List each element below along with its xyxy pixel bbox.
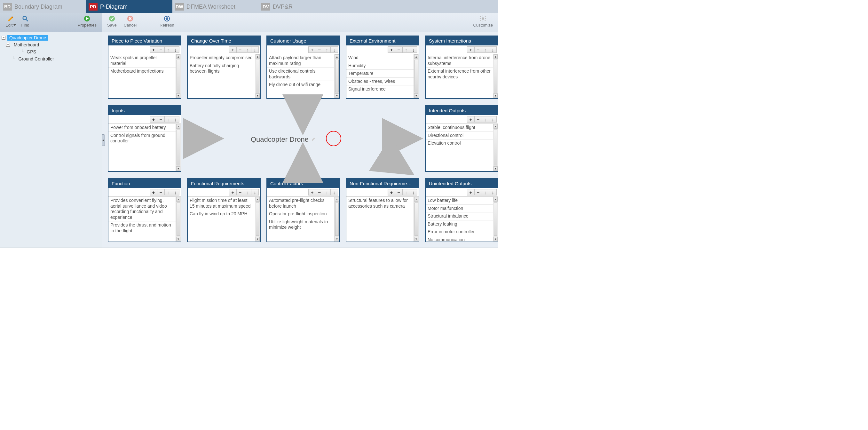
- tree-label[interactable]: Quadcopter Drone: [7, 35, 48, 41]
- move-up-button[interactable]: ↑: [244, 47, 251, 53]
- move-down-button[interactable]: ↓: [172, 116, 179, 123]
- card-item[interactable]: Motor malfunction: [426, 205, 493, 212]
- card-item[interactable]: Battery not fully charging between fligh…: [188, 62, 255, 75]
- remove-button[interactable]: −: [474, 189, 482, 195]
- move-up-button[interactable]: ↑: [402, 189, 410, 195]
- move-up-button[interactable]: ↑: [164, 116, 172, 123]
- add-button[interactable]: +: [388, 47, 395, 53]
- remove-button[interactable]: −: [236, 47, 244, 53]
- scrollbar[interactable]: ▲▼: [255, 54, 260, 98]
- move-up-button[interactable]: ↑: [323, 189, 331, 195]
- tree-row-gps[interactable]: └ GPS: [2, 48, 100, 55]
- card-item[interactable]: Humidity: [346, 62, 413, 70]
- customize-button[interactable]: Customize: [471, 15, 495, 28]
- scroll-up-icon[interactable]: ▲: [335, 54, 339, 59]
- card-list[interactable]: Internal interference from drone subsyst…: [426, 54, 493, 98]
- card-list[interactable]: Weak spots in propeller materialMotherbo…: [108, 54, 176, 98]
- edit-pencil-icon[interactable]: [311, 136, 316, 143]
- remove-button[interactable]: −: [395, 189, 403, 195]
- remove-button[interactable]: −: [236, 189, 244, 195]
- card-item[interactable]: Motherboard imperfections: [108, 67, 176, 75]
- move-up-button[interactable]: ↑: [482, 116, 489, 123]
- remove-button[interactable]: −: [316, 47, 323, 53]
- card-system-interactions[interactable]: System Interactions+−↑↓Internal interfer…: [425, 35, 498, 99]
- add-button[interactable]: +: [467, 47, 475, 53]
- card-item[interactable]: Directional control: [426, 131, 493, 140]
- scrollbar[interactable]: ▲▼: [255, 197, 260, 242]
- card-list[interactable]: Automated pre-flight checks before launc…: [267, 197, 334, 242]
- scrollbar[interactable]: ▲▼: [493, 197, 498, 242]
- find-button[interactable]: Find: [19, 15, 32, 28]
- card-item[interactable]: Utilize lightweight materials to minimiz…: [267, 218, 334, 231]
- properties-button[interactable]: Properties: [75, 15, 99, 28]
- collapse-icon[interactable]: −: [6, 43, 10, 47]
- card-item[interactable]: Attach payload larger than maximum ratin…: [267, 54, 334, 67]
- add-button[interactable]: +: [388, 189, 395, 195]
- scroll-thumb[interactable]: [177, 203, 180, 236]
- tab-dfmea-worksheet[interactable]: DW DFMEA Worksheet: [173, 0, 259, 13]
- card-piece-variation[interactable]: Piece to Piece Variation+−↑↓Weak spots i…: [108, 35, 181, 99]
- tree-row-motherboard[interactable]: − Motherboard: [2, 41, 100, 48]
- card-item[interactable]: Internal interference from drone subsyst…: [426, 54, 493, 67]
- move-up-button[interactable]: ↑: [323, 47, 331, 53]
- scrollbar[interactable]: ▲▼: [493, 124, 498, 171]
- collapse-icon[interactable]: −: [2, 36, 5, 40]
- remove-button[interactable]: −: [474, 47, 482, 53]
- tab-p-diagram[interactable]: PD P-Diagram: [86, 0, 173, 13]
- add-button[interactable]: +: [467, 116, 475, 123]
- scroll-up-icon[interactable]: ▲: [414, 197, 418, 202]
- add-button[interactable]: +: [308, 189, 316, 195]
- card-function[interactable]: Function+−↑↓Provides convenient flying, …: [108, 178, 181, 242]
- scroll-down-icon[interactable]: ▼: [176, 93, 180, 98]
- card-list[interactable]: Power from onboard batteryControl signal…: [108, 124, 176, 171]
- scroll-up-icon[interactable]: ▲: [176, 54, 180, 59]
- edit-menu[interactable]: Edit: [3, 15, 19, 28]
- add-button[interactable]: +: [229, 189, 237, 195]
- card-change-over-time[interactable]: Change Over Time+−↑↓Propeller integrity …: [187, 35, 261, 99]
- move-down-button[interactable]: ↓: [410, 47, 417, 53]
- remove-button[interactable]: −: [395, 47, 403, 53]
- cancel-button[interactable]: Cancel: [122, 15, 138, 28]
- add-button[interactable]: +: [467, 189, 475, 195]
- scrollbar[interactable]: ▲▼: [176, 54, 181, 98]
- move-up-button[interactable]: ↑: [164, 189, 172, 195]
- card-list[interactable]: WindHumidityTemperatureObstacles - trees…: [346, 54, 413, 98]
- scroll-thumb[interactable]: [494, 203, 497, 236]
- scrollbar[interactable]: ▲▼: [334, 54, 339, 98]
- scroll-up-icon[interactable]: ▲: [335, 197, 339, 202]
- card-item[interactable]: Propeller integrity compromised: [188, 54, 255, 62]
- move-down-button[interactable]: ↓: [172, 47, 179, 53]
- tree-label[interactable]: GPS: [25, 49, 38, 55]
- card-item[interactable]: Power from onboard battery: [108, 124, 176, 131]
- move-down-button[interactable]: ↓: [330, 189, 338, 195]
- tab-dvpr[interactable]: DV DVP&R: [259, 0, 345, 13]
- move-down-button[interactable]: ↓: [489, 189, 497, 195]
- card-list[interactable]: Provides convenient flying, aerial surve…: [108, 197, 176, 242]
- tree-label[interactable]: Motherboard: [12, 42, 41, 48]
- tree-row-ground-controller[interactable]: └ Ground Controller: [2, 55, 100, 62]
- move-down-button[interactable]: ↓: [172, 189, 179, 195]
- card-item[interactable]: Obstacles - trees, wires: [346, 78, 413, 85]
- tree-row-root[interactable]: − Quadcopter Drone: [2, 34, 100, 41]
- scroll-down-icon[interactable]: ▼: [414, 93, 418, 98]
- card-list[interactable]: Attach payload larger than maximum ratin…: [267, 54, 334, 98]
- add-button[interactable]: +: [229, 47, 237, 53]
- remove-button[interactable]: −: [157, 47, 165, 53]
- move-up-button[interactable]: ↑: [164, 47, 172, 53]
- card-item[interactable]: Provides convenient flying, aerial surve…: [108, 197, 176, 221]
- move-down-button[interactable]: ↓: [410, 189, 417, 195]
- card-list[interactable]: Stable, continuous flightDirectional con…: [426, 124, 493, 171]
- remove-button[interactable]: −: [316, 189, 323, 195]
- scrollbar[interactable]: ▲▼: [493, 54, 498, 98]
- scroll-up-icon[interactable]: ▲: [255, 197, 260, 202]
- diagram-canvas[interactable]: ◂ Piece to Piece Variation+−↑↓Weak spots…: [102, 32, 498, 248]
- card-external-environment[interactable]: External Environment+−↑↓WindHumidityTemp…: [346, 35, 419, 99]
- card-item[interactable]: Signal interference: [346, 85, 413, 93]
- card-unintended-outputs[interactable]: Unintended Outputs+−↑↓Low battery lifeMo…: [425, 178, 498, 242]
- scroll-thumb[interactable]: [335, 203, 339, 236]
- scrollbar[interactable]: ▲▼: [176, 197, 181, 242]
- move-up-button[interactable]: ↑: [482, 47, 489, 53]
- card-item[interactable]: Provides the thrust and motion to the fl…: [108, 221, 176, 235]
- move-down-button[interactable]: ↓: [251, 189, 259, 195]
- scrollbar[interactable]: ▲▼: [413, 197, 418, 242]
